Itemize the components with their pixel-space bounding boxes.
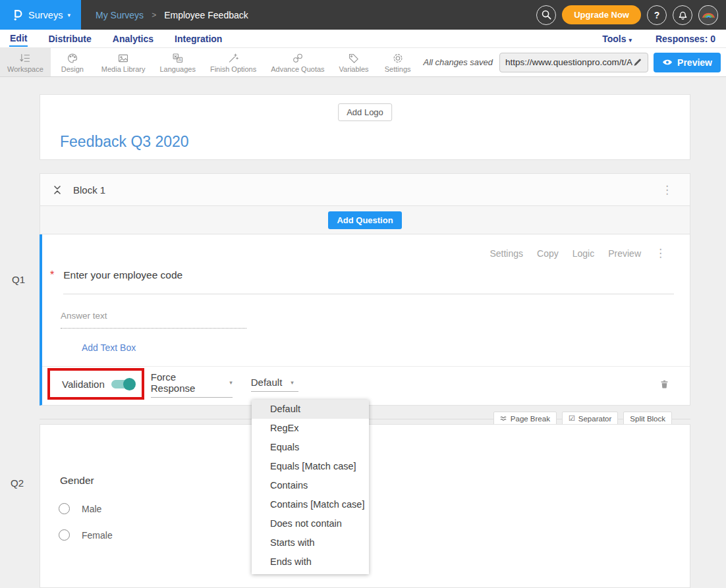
toggle-knob [123,378,136,390]
validation-type-dropdown[interactable]: Default ▾ [251,377,298,392]
menu-item-default[interactable]: Default [252,400,369,419]
menu-item-equals[interactable]: Equals [252,438,369,457]
survey-url-input[interactable] [505,57,632,67]
user-avatar[interactable] [698,5,718,25]
checkbox-icon: ☑ [569,414,575,423]
toolbar-right: All changes saved Preview [424,48,726,76]
block-header: Block 1 ⋮ [40,173,690,206]
survey-title[interactable]: Feedback Q3 2020 [60,133,189,151]
save-status-text: All changes saved [424,57,493,67]
split-block-button[interactable]: Split Block [623,412,672,425]
menu-item-contains[interactable]: Contains [252,476,369,495]
languages-icon: A [171,52,184,65]
force-response-dropdown[interactable]: Force Response ▾ [151,371,233,398]
preview-button[interactable]: Preview [654,53,721,72]
product-menu-label: Surveys [28,10,63,20]
toolbar-item-media-library[interactable]: Media Library [94,48,153,76]
menu-item-contains-match-case[interactable]: Contains [Match case] [252,495,369,514]
answer-text-field[interactable]: Answer text [61,311,246,329]
collapse-block-icon[interactable] [53,184,62,196]
settings-icon [391,52,405,65]
editor-toolbar: Workspace Design Media Library A Languag… [0,48,726,77]
tab-integration[interactable]: Integration [174,32,223,46]
product-switcher[interactable]: Surveys ▾ [0,0,81,30]
variables-icon [347,52,360,65]
page-break-button[interactable]: Page Break [493,412,557,425]
edit-url-pencil-icon[interactable] [632,57,642,67]
search-button[interactable] [536,5,556,25]
menu-item-starts-with[interactable]: Starts with [252,533,369,552]
separator-button[interactable]: ☑ Separator [562,412,618,425]
survey-header-card: Add Logo Feedback Q3 2020 [40,94,690,160]
validation-row: Validation Force Response ▾ Default ▾ [42,366,690,402]
help-button[interactable]: ? [647,5,667,25]
survey-nav-tabs: Edit Distribute Analytics Integration To… [0,30,726,48]
design-icon [66,52,79,65]
question-settings-link[interactable]: Settings [489,248,523,259]
menu-item-ends-with[interactable]: Ends with [252,552,369,572]
question-preview-link[interactable]: Preview [608,248,641,259]
eye-icon [662,59,673,66]
validation-type-menu: Default RegEx Equals Equals [Match case]… [252,400,369,574]
add-question-button[interactable]: Add Question [328,211,401,229]
questionpro-logo-icon [11,8,24,22]
toolbar-item-design[interactable]: Design [51,48,94,76]
question-number-q2: Q2 [11,477,24,489]
tabbar-right: Tools ▾ Responses: 0 [602,34,718,44]
tab-distribute[interactable]: Distribute [47,32,92,46]
toolbar-item-advance-quotas[interactable]: Advance Quotas [264,48,331,76]
menu-item-equals-match-case[interactable]: Equals [Match case] [252,457,369,476]
tab-analytics[interactable]: Analytics [112,32,154,46]
question-logic-link[interactable]: Logic [572,248,594,259]
toolbar-item-settings[interactable]: Settings [376,48,420,76]
notifications-button[interactable] [673,5,692,25]
upgrade-now-button[interactable]: Upgrade Now [562,5,641,24]
breadcrumb-current-survey: Employee Feedback [164,10,248,20]
answer-option-male[interactable]: Male [59,503,690,514]
validation-label: Validation [62,379,105,390]
add-logo-button[interactable]: Add Logo [338,103,392,121]
responses-count[interactable]: Responses: 0 [656,34,715,44]
menu-item-regex[interactable]: RegEx [252,419,369,438]
answer-option-female[interactable]: Female [59,529,690,541]
survey-editor-page: Surveys ▾ My Surveys > Employee Feedback… [0,0,726,588]
block-menu-icon[interactable]: ⋮ [661,183,673,197]
advance-quotas-icon [291,52,304,65]
breadcrumb-my-surveys[interactable]: My Surveys [96,10,144,20]
required-asterisk: * [50,269,54,281]
question-mark-icon: ? [654,10,660,20]
chevron-down-icon: ▾ [291,379,294,386]
menu-item-does-not-contain[interactable]: Does not contain [252,514,369,533]
editor-content: Add Logo Feedback Q3 2020 Block 1 ⋮ Add … [0,77,726,588]
block-tools: Page Break ☑ Separator Split Block [493,412,672,425]
delete-question-button[interactable] [659,379,670,390]
chevron-down-icon: ▾ [67,12,70,18]
toolbar-item-finish-options[interactable]: Finish Options [203,48,264,76]
question-text[interactable]: Enter your employee code [63,269,674,294]
question-title-row: * Enter your employee code [50,269,674,294]
page-break-icon [500,415,507,422]
svg-text:A: A [179,57,182,62]
question-copy-link[interactable]: Copy [537,248,559,259]
radio-button-icon [59,503,70,514]
workspace-icon [18,52,32,65]
question-menu-icon[interactable]: ⋮ [655,246,666,260]
tab-edit[interactable]: Edit [9,31,28,47]
tools-menu[interactable]: Tools ▾ [602,34,632,44]
validation-toggle[interactable] [111,380,135,388]
trash-icon [659,379,670,390]
toolbar-item-variables[interactable]: Variables [332,48,376,76]
toolbar-item-languages[interactable]: A Languages [152,48,202,76]
add-text-box-link[interactable]: Add Text Box [82,342,136,353]
survey-url-box [499,53,648,72]
toolbar-item-workspace[interactable]: Workspace [0,48,51,76]
search-icon [541,9,552,20]
question-number-q1: Q1 [12,274,25,285]
finish-options-icon [227,52,240,65]
breadcrumb-separator-icon: > [152,11,156,20]
top-header-bar: Surveys ▾ My Surveys > Employee Feedback… [0,0,726,30]
chevron-down-icon: ▾ [628,37,632,43]
media-library-icon [117,52,130,65]
block-title[interactable]: Block 1 [73,184,105,196]
radio-button-icon [59,529,70,541]
